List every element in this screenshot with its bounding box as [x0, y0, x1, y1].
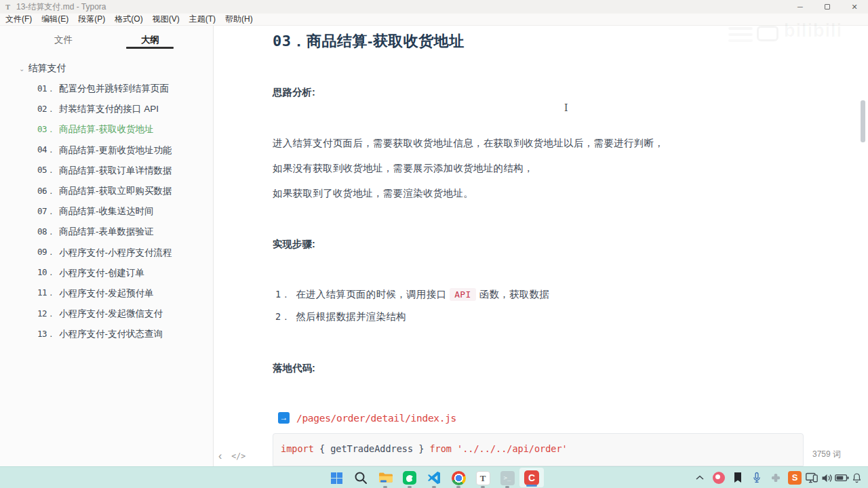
active-tab-underline [126, 47, 174, 49]
cast-display-icon [805, 472, 818, 484]
wechat-devtools-button[interactable] [397, 467, 422, 488]
search-button[interactable] [349, 467, 373, 488]
window-title: 13-结算支付.md - Typora [16, 1, 106, 13]
outline-item-10[interactable]: 10．小程序支付-创建订单 [0, 263, 214, 283]
terminal-icon: >_ [500, 471, 515, 485]
tray-sogou-button[interactable]: S [785, 467, 804, 488]
paragraph-3: 如果获取到了收货地址，需要渲染收货地址。 [273, 187, 473, 200]
menu-file[interactable]: 文件(F) [5, 14, 38, 25]
typora-app-icon: T [4, 3, 12, 11]
bilibili-watermark: bilibili [784, 20, 842, 41]
menu-bar: 文件(F) 编辑(E) 段落(P) 格式(O) 视图(V) 主题(T) 帮助(H… [0, 14, 868, 26]
tray-cast-button[interactable] [804, 467, 819, 488]
paragraph-2: 如果没有获取到收货地址，需要展示添加收货地址的结构， [273, 162, 534, 175]
vscode-icon [426, 470, 442, 486]
sogou-s-icon: S [788, 471, 802, 485]
step-item-2: 2．然后根据数据并渲染结构 [275, 310, 406, 323]
outline-item-07[interactable]: 07．商品结算-收集送达时间 [0, 201, 214, 222]
outline-item-11[interactable]: 11．小程序支付-发起预付单 [0, 283, 214, 304]
windows-logo-icon [331, 472, 342, 484]
inline-code-api: API [450, 288, 475, 301]
red-app-icon [713, 472, 725, 484]
tray-bookmark-app-button[interactable] [728, 467, 747, 488]
screen-recorder-button[interactable]: C [519, 468, 544, 487]
chrome-icon [452, 471, 466, 485]
code-block[interactable]: import { getTradeAddress } from '../../.… [273, 433, 804, 466]
tab-outline[interactable]: 大纲 [141, 34, 159, 46]
chevron-up-icon [696, 475, 704, 481]
bell-icon [851, 472, 863, 484]
vscode-button[interactable] [422, 467, 446, 488]
system-tray: S [690, 467, 864, 488]
terminal-button[interactable]: >_ [495, 467, 519, 488]
tray-battery-button[interactable] [834, 467, 849, 488]
outline-item-01[interactable]: 01．配置分包并跳转到结算页面 [0, 79, 214, 99]
code-line-import: import { getTradeAddress } from '../../.… [281, 443, 568, 454]
menu-help[interactable]: 帮助(H) [225, 14, 259, 25]
outline-root-label: 结算支付 [28, 62, 66, 75]
file-explorer-button[interactable] [373, 467, 397, 488]
close-button[interactable]: ✕ [841, 0, 868, 14]
outline-item-03-active[interactable]: 03．商品结算-获取收货地址 [0, 119, 214, 140]
chrome-button[interactable] [446, 467, 471, 488]
outline-list: 01．配置分包并跳转到结算页面 02．封装结算支付的接口 API 03．商品结算… [0, 79, 214, 344]
label-landing-code: 落地代码: [273, 362, 315, 375]
search-icon [353, 470, 369, 486]
speaker-icon [821, 472, 833, 484]
sidebar: 文件 大纲 ⌄ 结算支付 01．配置分包并跳转到结算页面 02．封装结算支付的接… [0, 26, 214, 466]
taskbar-center-icons: T >_ C [324, 467, 544, 488]
editor-pane[interactable]: bilibili 03．商品结算-获取收货地址 思路分析: 进入结算支付页面后，… [214, 26, 868, 466]
typora-taskbar-button[interactable]: T [471, 467, 495, 488]
taskbar: T >_ C S [0, 466, 868, 488]
outline-item-04[interactable]: 04．商品结算-更新收货地址功能 [0, 140, 214, 161]
window-controls: ─ ✕ [787, 0, 868, 14]
outline-root-item[interactable]: ⌄ 结算支付 [19, 62, 66, 75]
menu-paragraph[interactable]: 段落(P) [78, 14, 111, 25]
tab-files[interactable]: 文件 [54, 34, 73, 46]
tray-notification-button[interactable] [849, 467, 864, 488]
menu-format[interactable]: 格式(O) [115, 14, 149, 25]
outline-item-09[interactable]: 09．小程序支付-小程序支付流程 [0, 243, 214, 263]
text-cursor-ibeam: I [564, 102, 568, 113]
chevron-down-icon[interactable]: ⌄ [19, 65, 24, 73]
vertical-scrollbar-thumb[interactable] [861, 100, 865, 142]
gray-app-icon [770, 472, 782, 484]
tray-expand-button[interactable] [690, 467, 709, 488]
outline-item-12[interactable]: 12．小程序支付-发起微信支付 [0, 304, 214, 324]
sidebar-collapse-icon[interactable]: ‹ [218, 451, 222, 461]
watermark-smudge [728, 27, 753, 30]
paragraph-1: 进入结算支付页面后，需要获取收货地址信息，在获取到收货地址以后，需要进行判断， [273, 137, 664, 150]
maximize-icon [825, 4, 830, 9]
file-path-line: → /pages/order/detail/index.js [278, 412, 456, 424]
outline-item-06[interactable]: 06．商品结算-获取立即购买数据 [0, 181, 214, 201]
editor-footer: ‹ </> [218, 451, 245, 461]
menu-theme[interactable]: 主题(T) [189, 14, 222, 25]
word-count: 3759 词 [812, 449, 841, 460]
tray-gray-app-button[interactable] [766, 467, 785, 488]
maximize-button[interactable] [814, 0, 841, 14]
menu-edit[interactable]: 编辑(E) [41, 14, 75, 25]
windows-start-button[interactable] [324, 467, 349, 488]
tray-red-app-button[interactable] [709, 467, 728, 488]
menu-view[interactable]: 视图(V) [153, 14, 186, 25]
label-steps: 实现步骤: [273, 238, 315, 251]
label-analysis: 思路分析: [273, 86, 315, 99]
recorder-c-icon: C [524, 470, 539, 485]
right-arrow-icon: → [278, 412, 290, 424]
wechat-devtools-icon [401, 470, 418, 486]
doc-heading: 03．商品结算-获取收货地址 [273, 31, 465, 52]
battery-icon [835, 473, 849, 483]
outline-item-05[interactable]: 05．商品结算-获取订单详情数据 [0, 161, 214, 181]
outline-item-13[interactable]: 13．小程序支付-支付状态查询 [0, 324, 214, 344]
title-bar: T 13-结算支付.md - Typora [0, 0, 868, 14]
source-code-mode-icon[interactable]: </> [231, 451, 245, 461]
microphone-icon [751, 471, 763, 485]
tray-volume-button[interactable] [819, 467, 834, 488]
focused-indicator [526, 485, 537, 487]
bilibili-tv-icon [757, 26, 778, 41]
minimize-button[interactable]: ─ [787, 0, 814, 14]
bookmark-icon [732, 472, 743, 484]
tray-microphone-button[interactable] [747, 467, 766, 488]
outline-item-08[interactable]: 08．商品结算-表单数据验证 [0, 222, 214, 242]
outline-item-02[interactable]: 02．封装结算支付的接口 API [0, 99, 214, 119]
